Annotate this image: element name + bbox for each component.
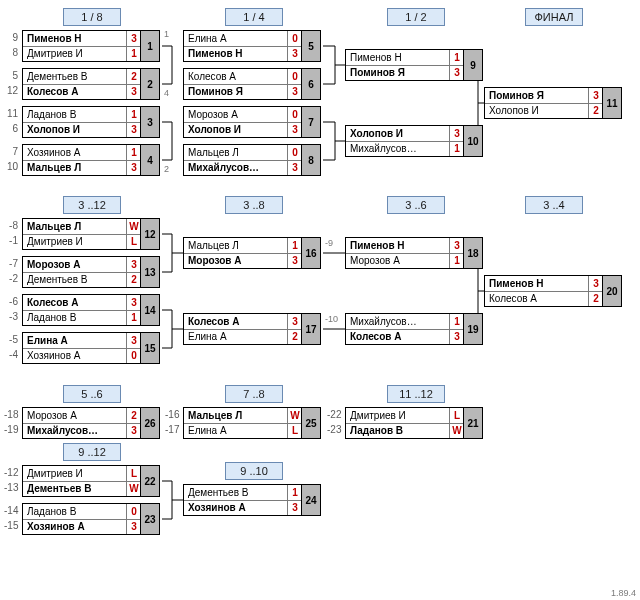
player-name: Морозов А xyxy=(346,255,449,266)
player-name: Пименов Н xyxy=(346,240,449,251)
match-row: Пименов Н1 xyxy=(346,50,464,66)
match-id: 3 xyxy=(140,106,160,138)
match-box: Колесов А3Ладанов В1 xyxy=(22,294,142,326)
stage-header: 3 ..8 xyxy=(225,196,283,214)
player-score: W xyxy=(126,219,141,234)
player-name: Хозяинов А xyxy=(23,147,126,158)
player-score: 3 xyxy=(126,295,141,310)
match-row: Ладанов В1 xyxy=(23,311,141,326)
player-name: Хозяинов А xyxy=(23,521,126,532)
match-box: Пименов Н3Колесов А2 xyxy=(484,275,604,307)
seed-label: -13 xyxy=(4,481,18,495)
seed-label: 12 xyxy=(4,84,18,98)
player-name: Ладанов В xyxy=(23,506,126,517)
seed-label: -17 xyxy=(165,423,179,437)
player-name: Елина А xyxy=(184,33,287,44)
match-row: Поминов Я3 xyxy=(346,66,464,81)
route-label: 2 xyxy=(164,164,169,174)
player-score: 3 xyxy=(126,161,141,176)
player-name: Холопов И xyxy=(346,128,449,139)
match-row: Дмитриев ИL xyxy=(346,408,464,424)
seed-label: -5 xyxy=(4,333,18,347)
stage-header: 9 ..10 xyxy=(225,462,283,480)
player-score: 1 xyxy=(449,254,464,269)
stage-header: 5 ..6 xyxy=(63,385,121,403)
player-score: 1 xyxy=(449,142,464,157)
match-id: 23 xyxy=(140,503,160,535)
player-name: Михайлусов… xyxy=(346,143,449,154)
player-score: 3 xyxy=(287,85,302,100)
match-row: Морозов А2 xyxy=(23,408,141,424)
player-name: Ладанов В xyxy=(23,312,126,323)
seed-label: -22 xyxy=(327,408,341,422)
match-box: Мальцев Л0Михайлусов…3 xyxy=(183,144,303,176)
match-row: Мальцев Л1 xyxy=(184,238,302,254)
player-name: Морозов А xyxy=(23,259,126,270)
match-box: Колесов А0Поминов Я3 xyxy=(183,68,303,100)
player-name: Колесов А xyxy=(23,86,126,97)
seed-label: -7 xyxy=(4,257,18,271)
match-row: Дмитриев ИL xyxy=(23,235,141,250)
match-id: 17 xyxy=(301,313,321,345)
player-score: 2 xyxy=(588,292,603,307)
player-score: 3 xyxy=(287,314,302,329)
match-row: Дмитриев ИL xyxy=(23,466,141,482)
player-name: Колесов А xyxy=(23,297,126,308)
match-box: Морозов А0Холопов И3 xyxy=(183,106,303,138)
player-score: 2 xyxy=(126,273,141,288)
match-box: Пименов Н1Поминов Я3 xyxy=(345,49,465,81)
version-label: 1.89.4 xyxy=(611,588,636,598)
player-name: Михайлусов… xyxy=(23,425,126,436)
player-score: 1 xyxy=(449,314,464,329)
player-score: 3 xyxy=(449,238,464,253)
player-score: 3 xyxy=(449,330,464,345)
player-name: Мальцев Л xyxy=(184,147,287,158)
match-row: Дементьев В2 xyxy=(23,69,141,85)
seed-label: -6 xyxy=(4,295,18,309)
match-row: Холопов И3 xyxy=(184,123,302,138)
seed-label: 7 xyxy=(4,145,18,159)
player-score: 3 xyxy=(126,424,141,439)
match-row: Дмитриев И1 xyxy=(23,47,141,62)
seed-label: -14 xyxy=(4,504,18,518)
match-id: 16 xyxy=(301,237,321,269)
seed-label: -18 xyxy=(4,408,18,422)
player-score: 1 xyxy=(287,238,302,253)
player-score: 2 xyxy=(126,408,141,423)
player-score: 1 xyxy=(449,50,464,65)
match-id: 6 xyxy=(301,68,321,100)
player-score: W xyxy=(449,424,464,439)
player-score: 0 xyxy=(287,31,302,46)
player-score: 0 xyxy=(126,349,141,364)
stage-header: 1 / 4 xyxy=(225,8,283,26)
player-score: 3 xyxy=(588,88,603,103)
route-label: 1 xyxy=(164,29,169,39)
match-row: Михайлусов…3 xyxy=(23,424,141,439)
stage-header: 3 ..12 xyxy=(63,196,121,214)
match-row: Холопов И2 xyxy=(485,104,603,119)
seed-label: -16 xyxy=(165,408,179,422)
match-row: Колесов А3 xyxy=(346,330,464,345)
match-id: 24 xyxy=(301,484,321,516)
match-id: 10 xyxy=(463,125,483,157)
stage-header: 1 / 8 xyxy=(63,8,121,26)
player-score: W xyxy=(126,482,141,497)
player-score: 3 xyxy=(287,254,302,269)
match-box: Холопов И3Михайлусов…1 xyxy=(345,125,465,157)
match-row: Колесов А3 xyxy=(184,314,302,330)
match-box: Елина А3Хозяинов А0 xyxy=(22,332,142,364)
player-name: Морозов А xyxy=(23,410,126,421)
player-name: Дмитриев И xyxy=(23,236,126,247)
player-name: Колесов А xyxy=(346,331,449,342)
player-name: Дементьев В xyxy=(23,483,126,494)
player-score: 3 xyxy=(287,161,302,176)
player-name: Елина А xyxy=(184,331,287,342)
match-row: Пименов Н3 xyxy=(23,31,141,47)
match-box: Морозов А2Михайлусов…3 xyxy=(22,407,142,439)
route-label: -10 xyxy=(325,314,338,324)
match-box: Пименов Н3Морозов А1 xyxy=(345,237,465,269)
player-name: Елина А xyxy=(23,335,126,346)
player-name: Колесов А xyxy=(485,293,588,304)
stage-header: 11 ..12 xyxy=(387,385,445,403)
player-name: Дмитриев И xyxy=(23,468,126,479)
